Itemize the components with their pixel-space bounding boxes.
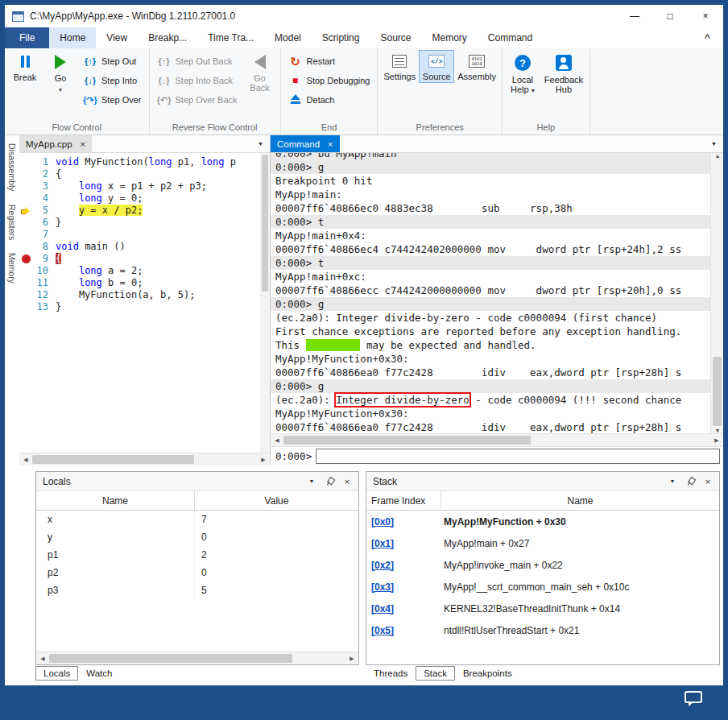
- frame-name: ntdll!RtlUserThreadStart + 0x21: [441, 625, 719, 636]
- frame-index-link[interactable]: [0x5]: [371, 625, 441, 636]
- stack-column-frame-index[interactable]: Frame Index: [366, 491, 441, 510]
- stack-column-name[interactable]: Name: [441, 491, 719, 510]
- settings-button[interactable]: Settings: [380, 50, 419, 83]
- step-over-back-button[interactable]: {↶} Step Over Back: [152, 90, 242, 110]
- ribbon-tab-view[interactable]: View: [96, 27, 138, 48]
- tab-watch[interactable]: Watch: [78, 666, 120, 681]
- ribbon-tab-source[interactable]: Source: [370, 27, 421, 48]
- side-tab-registers[interactable]: Registers: [7, 205, 17, 240]
- tab-myapp-cpp[interactable]: MyApp.cpp ×: [19, 135, 92, 152]
- breakpoint-line-highlight: {: [56, 253, 61, 264]
- feedback-hub-button[interactable]: Feedback Hub: [540, 50, 587, 96]
- locals-row[interactable]: y0: [36, 528, 358, 546]
- go-button[interactable]: Go ▼: [43, 50, 78, 94]
- command-tab-close-icon[interactable]: ×: [328, 139, 333, 149]
- scroll-left-icon[interactable]: ◀: [19, 453, 32, 466]
- side-tab-disassembly[interactable]: Disassembly: [7, 143, 17, 192]
- restart-button[interactable]: ↻ Restart: [283, 52, 375, 71]
- locals-row[interactable]: p35: [36, 581, 358, 599]
- stack-frame-row[interactable]: [0x5]ntdll!RtlUserThreadStart + 0x21: [366, 619, 719, 641]
- stack-frame-row[interactable]: [0x3]MyApp!__scrt_common_main_seh + 0x10…: [366, 576, 719, 598]
- frame-index-link[interactable]: [0x1]: [371, 538, 441, 549]
- detach-button[interactable]: Detach: [283, 90, 375, 110]
- scroll-left-icon[interactable]: ◀: [271, 434, 283, 446]
- command-horizontal-scrollbar[interactable]: ◀ ▶: [271, 433, 723, 446]
- chat-bubble-icon[interactable]: [685, 691, 702, 703]
- restart-label: Restart: [307, 56, 335, 66]
- source-tab-close-icon[interactable]: ×: [81, 139, 85, 149]
- breakpoint-icon[interactable]: [22, 254, 31, 263]
- locals-hscroll-thumb[interactable]: [49, 654, 292, 663]
- stack-close-icon[interactable]: ×: [700, 474, 716, 490]
- command-vertical-scrollbar[interactable]: ▲ ▼: [710, 153, 723, 433]
- assembly-mode-button[interactable]: 0101 1010 Assembly: [454, 50, 499, 83]
- source-pane-menu-icon[interactable]: ▼: [251, 135, 270, 152]
- scroll-left-icon[interactable]: ◀: [36, 652, 49, 664]
- code-line: 3 long x = p1 + p2 + p3;: [19, 180, 260, 192]
- ribbon-tab-command[interactable]: Command: [478, 27, 543, 48]
- command-output[interactable]: 0:000> bu MyApp!main0:000> gBreakpoint 0…: [271, 153, 710, 433]
- ribbon-tab-model[interactable]: Model: [264, 27, 312, 48]
- minimize-button[interactable]: —: [617, 5, 652, 27]
- scroll-up-icon[interactable]: ▲: [711, 153, 723, 159]
- locals-row[interactable]: p12: [36, 546, 358, 564]
- stop-debugging-button[interactable]: ■ Stop Debugging: [283, 71, 375, 90]
- command-vscroll-thumb[interactable]: [713, 357, 722, 426]
- command-hscroll-thumb[interactable]: [283, 436, 531, 445]
- locals-column-name[interactable]: Name: [36, 491, 194, 510]
- stack-frame-row[interactable]: [0x4]KERNEL32!BaseThreadInitThunk + 0x14: [366, 598, 719, 619]
- scroll-right-icon[interactable]: ▶: [257, 453, 270, 466]
- source-vscroll-thumb[interactable]: [262, 155, 268, 292]
- ribbon-tab-scripting[interactable]: Scripting: [312, 27, 370, 48]
- ribbon-tab-time-tra[interactable]: Time Tra...: [197, 27, 264, 48]
- ribbon-tab-file[interactable]: File: [5, 27, 49, 48]
- step-out-back-button[interactable]: {↑} Step Out Back: [152, 52, 242, 71]
- collapse-ribbon-button[interactable]: ^: [692, 27, 723, 48]
- source-mode-button[interactable]: </> Source: [419, 50, 454, 83]
- stack-frame-row[interactable]: [0x2]MyApp!invoke_main + 0x22: [366, 554, 719, 576]
- step-over-button[interactable]: {↷} Step Over: [78, 90, 147, 110]
- local-help-button[interactable]: ? Local Help ▾: [505, 50, 540, 97]
- ribbon-tab-memory[interactable]: Memory: [422, 27, 478, 48]
- tab-locals[interactable]: Locals: [35, 666, 78, 681]
- frame-index-link[interactable]: [0x3]: [371, 581, 441, 593]
- frame-index-link[interactable]: [0x4]: [371, 603, 441, 614]
- step-into-back-icon: {↓}: [157, 76, 172, 85]
- ribbon-tab-home[interactable]: Home: [49, 27, 96, 48]
- stack-frame-row[interactable]: [0x1]MyApp!main + 0x27: [366, 532, 719, 554]
- scroll-right-icon[interactable]: ▶: [710, 434, 723, 446]
- tab-command[interactable]: Command ×: [271, 135, 340, 152]
- tab-stack[interactable]: Stack: [416, 666, 455, 681]
- source-vertical-scrollbar[interactable]: [260, 153, 270, 453]
- source-hscroll-thumb[interactable]: [32, 455, 194, 464]
- frame-index-link[interactable]: [0x0]: [371, 516, 441, 528]
- ribbon-tab-strip: FileHomeViewBreakp...Time Tra...ModelScr…: [5, 27, 543, 48]
- source-code-lines[interactable]: 1void MyFunction(long p1, long p2{3 long…: [19, 153, 260, 453]
- locals-horizontal-scrollbar[interactable]: ◀ ▶: [36, 652, 358, 664]
- locals-column-value[interactable]: Value: [194, 491, 358, 510]
- scroll-down-icon[interactable]: ▼: [711, 428, 723, 433]
- stack-pane-menu-icon[interactable]: ▼: [664, 474, 680, 490]
- close-button[interactable]: ×: [688, 5, 723, 27]
- frame-index-link[interactable]: [0x2]: [371, 560, 441, 571]
- locals-close-icon[interactable]: ×: [339, 474, 355, 490]
- locals-pane-menu-icon[interactable]: ▼: [304, 474, 320, 490]
- step-out-button[interactable]: {↑} Step Out: [78, 52, 147, 71]
- go-back-button[interactable]: Go Back: [242, 50, 278, 94]
- command-pane-menu-icon[interactable]: ▼: [705, 135, 723, 152]
- tab-threads[interactable]: Threads: [366, 666, 416, 681]
- source-horizontal-scrollbar[interactable]: ◀ ▶: [19, 453, 270, 466]
- side-tab-memory[interactable]: Memory: [7, 253, 17, 283]
- locals-row[interactable]: x7: [36, 511, 358, 528]
- locals-row[interactable]: p20: [36, 564, 358, 581]
- step-into-back-button[interactable]: {↓} Step Into Back: [152, 71, 242, 90]
- stack-frame-row[interactable]: [0x0]MyApp!MyFunction + 0x30: [366, 511, 719, 532]
- maximize-button[interactable]: □: [652, 5, 688, 27]
- break-button[interactable]: Break: [7, 50, 43, 84]
- tab-breakpoints[interactable]: Breakpoints: [455, 666, 520, 681]
- step-into-button[interactable]: {↓} Step Into: [78, 71, 147, 90]
- go-dropdown-icon[interactable]: ▼: [58, 87, 64, 93]
- command-input[interactable]: [316, 449, 720, 464]
- scroll-right-icon[interactable]: ▶: [345, 652, 358, 664]
- ribbon-tab-breakp[interactable]: Breakp...: [138, 27, 197, 48]
